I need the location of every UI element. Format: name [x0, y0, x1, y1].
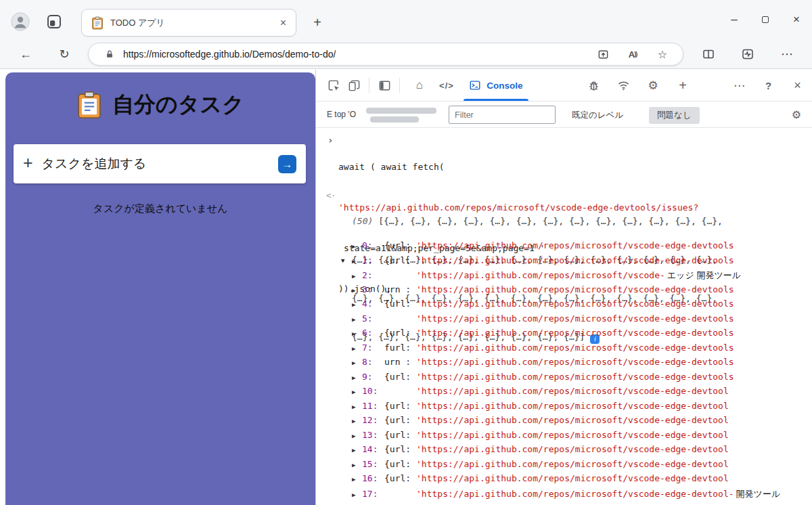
code-line: await ( await fetch( — [338, 160, 698, 174]
clipboard-icon — [76, 91, 102, 119]
browser-tab[interactable]: TODO アプリ × — [81, 9, 296, 37]
console-filter-input[interactable] — [449, 106, 556, 124]
person-icon — [11, 12, 30, 31]
expand-triangle-icon[interactable]: ▶ — [352, 447, 362, 454]
row-url-string: 'https://api.github.com/repos/microsoft/… — [416, 386, 729, 396]
console-array-row[interactable]: ▶ 16: {url: 'https://api.github.com/repo… — [352, 473, 780, 488]
console-array-row[interactable]: ▶ 11: {url: 'https://api.github.com/repo… — [352, 401, 780, 416]
split-screen-icon[interactable] — [689, 48, 728, 60]
close-window-button[interactable]: × — [781, 0, 812, 39]
log-levels-dropdown[interactable]: 既定のレベル — [572, 110, 623, 121]
console-array-row[interactable]: ▶ 13: {url: 'https://api.github.com/repo… — [352, 430, 780, 445]
install-app-icon[interactable] — [596, 47, 610, 61]
add-task-input[interactable]: + タスクを追加する → — [14, 144, 306, 183]
console-array-row[interactable]: ▶ 6: {url: 'https://api.github.com/repos… — [352, 328, 780, 343]
console-array-row[interactable]: ▶ 5: 'https://api.github.com/repos/micro… — [352, 313, 780, 328]
expand-triangle-icon[interactable]: ▶ — [352, 258, 362, 265]
console-array-row[interactable]: ▶ 1: {url: 'https://api.github.com/repos… — [352, 255, 780, 270]
close-devtools-icon[interactable]: × — [783, 79, 812, 93]
workspaces-icon[interactable] — [46, 14, 62, 30]
expand-triangle-icon[interactable]: ▶ — [352, 243, 362, 250]
profile-avatar[interactable] — [11, 12, 30, 31]
console-context-selector[interactable]: E top 'O — [327, 110, 356, 119]
toolbar-divider — [399, 78, 400, 93]
row-key: {url: — [384, 444, 416, 454]
tab-welcome[interactable]: ⌂ — [407, 70, 432, 101]
expand-triangle-icon[interactable]: ▶ — [352, 433, 362, 439]
favorites-star-icon[interactable]: ☆ — [656, 47, 669, 61]
tab-favicon — [91, 16, 104, 30]
console-array-row[interactable]: ▶ 15: {url: 'https://api.github.com/repo… — [352, 459, 780, 474]
row-url-string: 'https://api.github.com/repos/microsoft/… — [416, 430, 729, 440]
console-array-row[interactable]: ▶ 9: {url: 'https://api.github.com/repos… — [352, 372, 780, 387]
tab-console[interactable]: Console — [461, 70, 531, 101]
refresh-button[interactable]: ↻ — [55, 45, 73, 63]
row-url-string: 'https://api.github.com/repos/microsoft/… — [416, 444, 729, 454]
console-prompt-chevron: › — [328, 135, 333, 146]
row-key: {url: — [384, 372, 416, 382]
row-url-string: 'https://api.github.com/repos/microsoft/… — [416, 415, 729, 425]
minimize-button[interactable]: – — [719, 0, 750, 39]
lock-icon[interactable] — [105, 49, 114, 59]
row-url-string: 'https://api.github.com/repos/microsoft/… — [416, 313, 734, 324]
expand-triangle-icon[interactable]: ▶ — [352, 403, 362, 410]
console-array-row[interactable]: ▶ 17: 'https://api.github.com/repos/micr… — [352, 488, 780, 503]
row-url-string: 'https://api.github.com/repos/microsoft/… — [416, 328, 734, 338]
expand-triangle-icon[interactable]: ▶ — [352, 359, 362, 366]
expand-triangle-icon[interactable]: ▶ — [352, 389, 362, 395]
more-tools-plus-icon[interactable]: + — [668, 78, 698, 93]
bug-icon[interactable] — [579, 79, 608, 92]
devtools-settings-gear-icon[interactable]: ⚙ — [638, 79, 668, 93]
row-index: 4: — [362, 299, 384, 309]
issues-status-button[interactable]: 問題なし — [649, 107, 700, 124]
expand-triangle-icon[interactable]: ▶ — [352, 301, 362, 308]
add-task-submit-button[interactable]: → — [278, 155, 296, 173]
tab-close-icon[interactable]: × — [280, 17, 286, 29]
row-index: 14: — [362, 444, 384, 454]
help-icon[interactable]: ? — [754, 80, 783, 91]
expand-triangle-icon[interactable]: ▶ — [352, 476, 362, 483]
expand-triangle-icon[interactable]: ▶ — [352, 330, 362, 337]
url-text[interactable]: https://microsoftedge.github.io/Demos/de… — [123, 49, 336, 60]
console-array-row[interactable]: ▶ 3: urn : 'https://api.github.com/repos… — [352, 284, 780, 299]
active-tab-indicator — [464, 99, 528, 101]
expand-triangle-icon[interactable]: ▶ — [352, 287, 362, 294]
console-array-row[interactable]: ▶ 14: {url: 'https://api.github.com/repo… — [352, 444, 780, 459]
tab-elements[interactable]: </> — [432, 70, 461, 101]
new-tab-button[interactable]: + — [309, 14, 326, 31]
settings-menu-icon[interactable]: ⋯ — [767, 47, 807, 62]
maximize-button[interactable] — [750, 0, 781, 39]
page-title: 自分のタスク — [112, 90, 244, 120]
expand-triangle-icon[interactable]: ▶ — [352, 418, 362, 424]
devtools-more-menu-icon[interactable]: ⋯ — [725, 79, 754, 93]
console-array-row[interactable]: ▶ 0: {url: 'https://api.github.com/repos… — [352, 240, 780, 255]
row-key: furl: — [384, 343, 416, 353]
back-button[interactable]: ← — [17, 45, 35, 63]
read-aloud-icon[interactable]: A)) — [626, 47, 639, 61]
console-settings-gear-icon[interactable]: ⚙ — [792, 108, 801, 121]
address-bar-actions: A)) ☆ — [596, 47, 673, 61]
collapse-triangle-icon[interactable]: ▼ — [341, 255, 344, 267]
row-index: 7: — [362, 343, 384, 353]
console-icon — [469, 79, 481, 91]
console-array-row[interactable]: ▶ 10: 'https://api.github.com/repos/micr… — [352, 386, 780, 401]
expand-triangle-icon[interactable]: ▶ — [352, 345, 362, 352]
device-emulation-icon[interactable] — [346, 77, 362, 93]
expand-triangle-icon[interactable]: ▶ — [352, 273, 362, 280]
address-bar[interactable]: https://microsoftedge.github.io/Demos/de… — [88, 43, 683, 66]
expand-triangle-icon[interactable]: ▶ — [352, 462, 362, 468]
expand-triangle-icon[interactable]: ▶ — [352, 491, 362, 498]
dock-side-icon[interactable] — [376, 77, 392, 93]
console-array-row[interactable]: ▶ 12: {url: 'https://api.github.com/repo… — [352, 415, 780, 430]
browser-essentials-icon[interactable] — [728, 48, 767, 60]
console-array-row[interactable]: ▶ 2: 'https://api.github.com/repos/micro… — [352, 269, 780, 284]
console-array-row[interactable]: ▶ 8: urn : 'https://api.github.com/repos… — [352, 357, 780, 372]
console-array-row[interactable]: ▶ 7: furl: 'https://api.github.com/repos… — [352, 343, 780, 357]
network-conditions-icon[interactable] — [608, 79, 638, 92]
inspect-element-icon[interactable] — [325, 77, 342, 93]
expand-triangle-icon[interactable]: ▶ — [352, 316, 362, 323]
tab-title: TODO アプリ — [110, 17, 280, 29]
row-index: 11: — [362, 401, 384, 411]
console-array-row[interactable]: ▶ 4: {url: 'https://api.github.com/repos… — [352, 299, 780, 313]
expand-triangle-icon[interactable]: ▶ — [352, 374, 362, 381]
